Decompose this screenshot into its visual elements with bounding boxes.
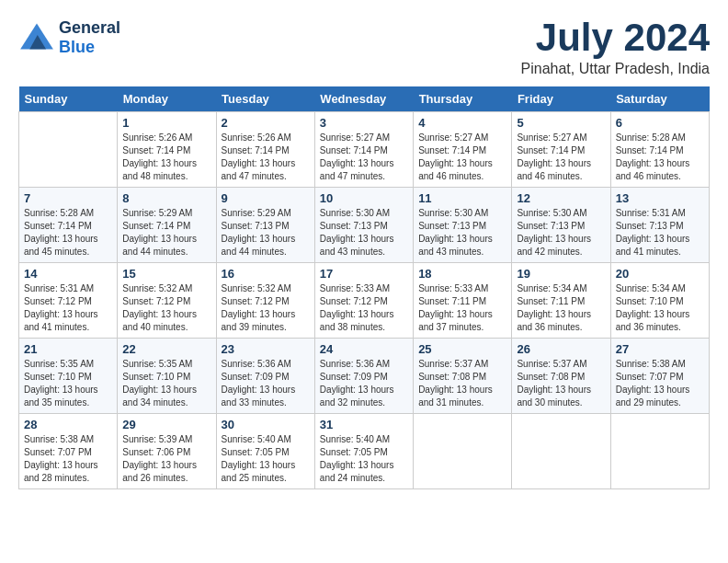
location-subtitle: Pinahat, Uttar Pradesh, India	[521, 61, 710, 77]
day-info: Sunrise: 5:37 AM Sunset: 7:08 PM Dayligh…	[418, 358, 506, 409]
calendar-cell	[512, 414, 610, 489]
day-number: 2	[222, 116, 310, 130]
day-info: Sunrise: 5:32 AM Sunset: 7:12 PM Dayligh…	[222, 282, 310, 334]
day-info: Sunrise: 5:33 AM Sunset: 7:11 PM Dayligh…	[418, 282, 506, 334]
day-number: 29	[122, 418, 210, 431]
day-info: Sunrise: 5:37 AM Sunset: 7:08 PM Dayligh…	[517, 358, 605, 409]
day-number: 9	[222, 191, 310, 205]
day-number: 14	[24, 267, 112, 281]
calendar-cell: 2Sunrise: 5:26 AM Sunset: 7:14 PM Daylig…	[216, 112, 314, 188]
calendar-cell: 3Sunrise: 5:27 AM Sunset: 7:14 PM Daylig…	[314, 112, 413, 188]
calendar-table: SundayMondayTuesdayWednesdayThursdayFrid…	[18, 86, 710, 489]
day-info: Sunrise: 5:29 AM Sunset: 7:13 PM Dayligh…	[222, 207, 310, 259]
calendar-cell: 9Sunrise: 5:29 AM Sunset: 7:13 PM Daylig…	[216, 188, 314, 263]
weekday-header-tuesday: Tuesday	[216, 86, 314, 112]
day-info: Sunrise: 5:32 AM Sunset: 7:12 PM Dayligh…	[122, 282, 210, 334]
day-number: 18	[418, 267, 506, 281]
calendar-cell: 8Sunrise: 5:29 AM Sunset: 7:14 PM Daylig…	[118, 188, 216, 263]
day-info: Sunrise: 5:39 AM Sunset: 7:06 PM Dayligh…	[122, 433, 210, 485]
logo-blue: Blue	[59, 38, 95, 56]
weekday-header-row: SundayMondayTuesdayWednesdayThursdayFrid…	[19, 86, 710, 112]
day-number: 16	[222, 267, 310, 281]
day-number: 6	[616, 116, 704, 130]
calendar-cell	[610, 414, 709, 489]
day-info: Sunrise: 5:38 AM Sunset: 7:07 PM Dayligh…	[24, 433, 112, 485]
day-info: Sunrise: 5:36 AM Sunset: 7:09 PM Dayligh…	[320, 358, 408, 409]
day-number: 8	[122, 191, 210, 205]
day-number: 24	[320, 342, 408, 356]
day-info: Sunrise: 5:26 AM Sunset: 7:14 PM Dayligh…	[122, 132, 210, 183]
day-info: Sunrise: 5:35 AM Sunset: 7:10 PM Dayligh…	[122, 358, 210, 409]
calendar-cell: 19Sunrise: 5:34 AM Sunset: 7:11 PM Dayli…	[512, 263, 610, 339]
weekday-header-wednesday: Wednesday	[314, 86, 413, 112]
day-info: Sunrise: 5:26 AM Sunset: 7:14 PM Dayligh…	[222, 132, 310, 183]
calendar-week-row: 28Sunrise: 5:38 AM Sunset: 7:07 PM Dayli…	[19, 414, 710, 489]
calendar-cell: 24Sunrise: 5:36 AM Sunset: 7:09 PM Dayli…	[314, 339, 413, 414]
calendar-cell: 15Sunrise: 5:32 AM Sunset: 7:12 PM Dayli…	[118, 263, 216, 339]
day-number: 25	[418, 342, 506, 356]
day-info: Sunrise: 5:30 AM Sunset: 7:13 PM Dayligh…	[320, 207, 408, 259]
day-info: Sunrise: 5:40 AM Sunset: 7:05 PM Dayligh…	[320, 433, 408, 485]
calendar-cell: 27Sunrise: 5:38 AM Sunset: 7:07 PM Dayli…	[610, 339, 709, 414]
day-number: 7	[24, 191, 112, 205]
day-number: 4	[418, 116, 506, 130]
calendar-week-row: 14Sunrise: 5:31 AM Sunset: 7:12 PM Dayli…	[19, 263, 710, 339]
calendar-cell: 1Sunrise: 5:26 AM Sunset: 7:14 PM Daylig…	[118, 112, 216, 188]
calendar-cell: 10Sunrise: 5:30 AM Sunset: 7:13 PM Dayli…	[314, 188, 413, 263]
day-info: Sunrise: 5:27 AM Sunset: 7:14 PM Dayligh…	[320, 132, 408, 183]
calendar-cell: 28Sunrise: 5:38 AM Sunset: 7:07 PM Dayli…	[19, 414, 118, 489]
day-info: Sunrise: 5:33 AM Sunset: 7:12 PM Dayligh…	[320, 282, 408, 334]
day-info: Sunrise: 5:28 AM Sunset: 7:14 PM Dayligh…	[24, 207, 112, 259]
weekday-header-monday: Monday	[118, 86, 216, 112]
day-info: Sunrise: 5:38 AM Sunset: 7:07 PM Dayligh…	[616, 358, 704, 409]
day-info: Sunrise: 5:34 AM Sunset: 7:10 PM Dayligh…	[616, 282, 704, 334]
day-number: 27	[616, 342, 704, 356]
calendar-week-row: 7Sunrise: 5:28 AM Sunset: 7:14 PM Daylig…	[19, 188, 710, 263]
day-number: 22	[122, 342, 210, 356]
logo-icon	[18, 22, 55, 54]
calendar-cell	[414, 414, 512, 489]
day-number: 15	[122, 267, 210, 281]
day-number: 19	[517, 267, 605, 281]
calendar-cell: 4Sunrise: 5:27 AM Sunset: 7:14 PM Daylig…	[414, 112, 512, 188]
weekday-header-saturday: Saturday	[610, 86, 709, 112]
day-number: 5	[517, 116, 605, 130]
day-info: Sunrise: 5:29 AM Sunset: 7:14 PM Dayligh…	[122, 207, 210, 259]
day-number: 11	[418, 191, 506, 205]
page-header: General Blue July 2024 Pinahat, Uttar Pr…	[18, 18, 710, 77]
calendar-cell: 17Sunrise: 5:33 AM Sunset: 7:12 PM Dayli…	[314, 263, 413, 339]
calendar-cell: 12Sunrise: 5:30 AM Sunset: 7:13 PM Dayli…	[512, 188, 610, 263]
day-number: 1	[122, 116, 210, 130]
calendar-cell: 30Sunrise: 5:40 AM Sunset: 7:05 PM Dayli…	[216, 414, 314, 489]
day-info: Sunrise: 5:31 AM Sunset: 7:13 PM Dayligh…	[616, 207, 704, 259]
calendar-cell: 31Sunrise: 5:40 AM Sunset: 7:05 PM Dayli…	[314, 414, 413, 489]
day-number: 3	[320, 116, 408, 130]
calendar-cell: 7Sunrise: 5:28 AM Sunset: 7:14 PM Daylig…	[19, 188, 118, 263]
day-info: Sunrise: 5:34 AM Sunset: 7:11 PM Dayligh…	[517, 282, 605, 334]
day-info: Sunrise: 5:27 AM Sunset: 7:14 PM Dayligh…	[517, 132, 605, 183]
calendar-cell: 22Sunrise: 5:35 AM Sunset: 7:10 PM Dayli…	[118, 339, 216, 414]
day-number: 12	[517, 191, 605, 205]
calendar-cell: 14Sunrise: 5:31 AM Sunset: 7:12 PM Dayli…	[19, 263, 118, 339]
title-block: July 2024 Pinahat, Uttar Pradesh, India	[521, 18, 710, 77]
calendar-cell: 13Sunrise: 5:31 AM Sunset: 7:13 PM Dayli…	[610, 188, 709, 263]
logo-text: General Blue	[59, 18, 120, 57]
calendar-cell: 6Sunrise: 5:28 AM Sunset: 7:14 PM Daylig…	[610, 112, 709, 188]
day-info: Sunrise: 5:35 AM Sunset: 7:10 PM Dayligh…	[24, 358, 112, 409]
calendar-cell: 18Sunrise: 5:33 AM Sunset: 7:11 PM Dayli…	[414, 263, 512, 339]
day-number: 17	[320, 267, 408, 281]
day-info: Sunrise: 5:40 AM Sunset: 7:05 PM Dayligh…	[222, 433, 310, 485]
day-number: 10	[320, 191, 408, 205]
weekday-header-thursday: Thursday	[414, 86, 512, 112]
day-number: 23	[222, 342, 310, 356]
day-info: Sunrise: 5:31 AM Sunset: 7:12 PM Dayligh…	[24, 282, 112, 334]
calendar-cell: 5Sunrise: 5:27 AM Sunset: 7:14 PM Daylig…	[512, 112, 610, 188]
calendar-header: SundayMondayTuesdayWednesdayThursdayFrid…	[19, 86, 710, 112]
calendar-cell: 26Sunrise: 5:37 AM Sunset: 7:08 PM Dayli…	[512, 339, 610, 414]
calendar-cell: 11Sunrise: 5:30 AM Sunset: 7:13 PM Dayli…	[414, 188, 512, 263]
day-info: Sunrise: 5:27 AM Sunset: 7:14 PM Dayligh…	[418, 132, 506, 183]
calendar-cell	[19, 112, 118, 188]
day-number: 31	[320, 418, 408, 431]
calendar-week-row: 21Sunrise: 5:35 AM Sunset: 7:10 PM Dayli…	[19, 339, 710, 414]
day-number: 26	[517, 342, 605, 356]
